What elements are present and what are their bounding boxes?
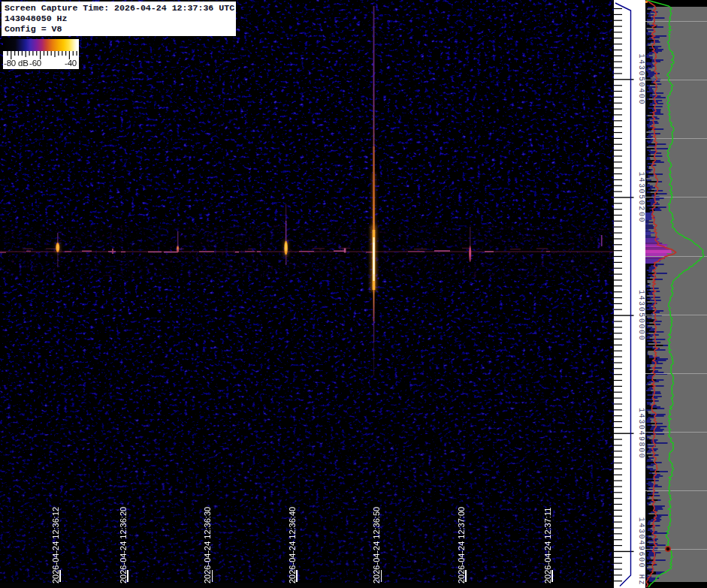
svg-text:143050200: 143050200 xyxy=(637,172,645,223)
svg-text:143049600 Hz: 143049600 Hz xyxy=(637,517,645,586)
svg-text:143050400: 143050400 xyxy=(637,54,645,105)
svg-text:143049800: 143049800 xyxy=(637,408,645,459)
svg-text:143050000: 143050000 xyxy=(637,290,645,341)
